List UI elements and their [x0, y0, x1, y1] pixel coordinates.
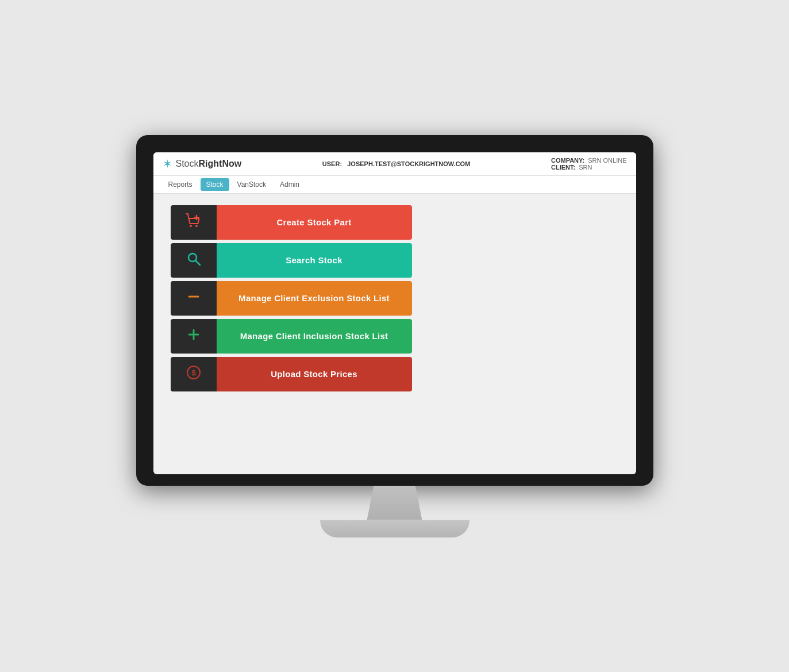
monitor-wrapper: ✶ StockRightNow USER: JOSEPH.TEST@STOCKR…: [136, 135, 653, 537]
manage-exclusion-button[interactable]: Manage Client Exclusion Stock List: [171, 281, 412, 316]
manage-inclusion-label: Manage Client Inclusion Stock List: [240, 331, 388, 341]
svg-point-1: [195, 225, 198, 227]
monitor-base: [320, 520, 469, 537]
user-info: USER: JOSEPH.TEST@STOCKRIGHTNOW.COM: [322, 160, 470, 167]
nav-bar: Reports Stock VanStock Admin: [153, 176, 636, 194]
create-stock-part-icon-box: [171, 205, 217, 240]
svg-point-0: [190, 225, 192, 227]
nav-item-reports[interactable]: Reports: [163, 178, 198, 191]
search-stock-label-box: Search Stock: [217, 243, 412, 278]
company-label: COMPANY:: [551, 157, 584, 164]
search-stock-icon-box: [171, 243, 217, 278]
nav-item-stock[interactable]: Stock: [201, 178, 229, 191]
logo-area: ✶ StockRightNow: [163, 157, 242, 171]
upload-stock-icon-box: $: [171, 357, 217, 391]
cart-plus-icon: [185, 212, 202, 233]
main-content: Create Stock Part: [153, 194, 636, 403]
monitor-body: ✶ StockRightNow USER: JOSEPH.TEST@STOCKR…: [136, 135, 653, 486]
manage-exclusion-label-box: Manage Client Exclusion Stock List: [217, 281, 412, 316]
minus-icon: [186, 289, 202, 308]
create-stock-part-button[interactable]: Create Stock Part: [171, 205, 412, 240]
logo-star-icon: ✶: [163, 157, 172, 171]
company-value: SRN ONLINE: [588, 157, 626, 164]
manage-inclusion-icon-box: [171, 319, 217, 354]
dollar-circle-icon: $: [185, 364, 202, 385]
create-stock-part-label-box: Create Stock Part: [217, 205, 412, 240]
svg-line-5: [195, 260, 200, 265]
monitor-neck: [360, 486, 429, 520]
logo-text-bold: RightNow: [199, 159, 242, 168]
client-row: CLIENT: SRN: [551, 164, 627, 171]
screen: ✶ StockRightNow USER: JOSEPH.TEST@STOCKR…: [153, 152, 636, 474]
nav-item-vanstock[interactable]: VanStock: [232, 178, 272, 191]
create-stock-part-label: Create Stock Part: [276, 217, 351, 227]
upload-stock-prices-label-box: Upload Stock Prices: [217, 357, 412, 391]
menu-list: Create Stock Part: [171, 205, 412, 391]
plus-icon: [186, 327, 202, 346]
topbar: ✶ StockRightNow USER: JOSEPH.TEST@STOCKR…: [153, 152, 636, 176]
client-value: SRN: [579, 164, 592, 171]
client-label: CLIENT:: [551, 164, 575, 171]
search-icon: [186, 251, 202, 270]
manage-inclusion-button[interactable]: Manage Client Inclusion Stock List: [171, 319, 412, 354]
search-stock-button[interactable]: Search Stock: [171, 243, 412, 278]
manage-inclusion-label-box: Manage Client Inclusion Stock List: [217, 319, 412, 354]
nav-item-admin[interactable]: Admin: [274, 178, 305, 191]
search-stock-label: Search Stock: [286, 255, 342, 265]
user-value: JOSEPH.TEST@STOCKRIGHTNOW.COM: [347, 160, 470, 167]
manage-exclusion-icon-box: [171, 281, 217, 316]
svg-text:$: $: [191, 368, 196, 377]
company-row: COMPANY: SRN ONLINE: [551, 157, 627, 164]
upload-stock-prices-label: Upload Stock Prices: [271, 369, 357, 379]
manage-exclusion-label: Manage Client Exclusion Stock List: [238, 293, 390, 303]
logo-text: StockRightNow: [176, 159, 242, 169]
upload-stock-prices-button[interactable]: $ Upload Stock Prices: [171, 357, 412, 391]
user-label: USER:: [322, 160, 342, 167]
company-info: COMPANY: SRN ONLINE CLIENT: SRN: [551, 157, 627, 171]
